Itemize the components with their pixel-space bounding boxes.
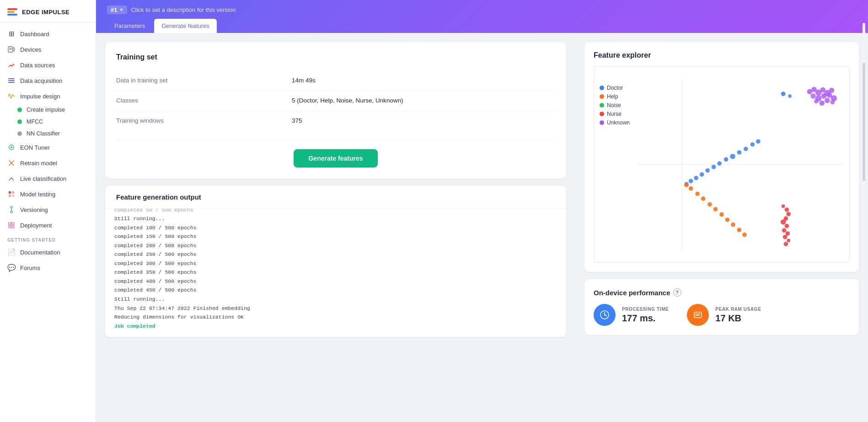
- log-line: completed 250 / 500 epochs: [114, 250, 557, 259]
- legend-item-help: Help: [600, 93, 630, 100]
- devices-icon: [7, 45, 16, 54]
- svg-point-57: [786, 231, 790, 236]
- output-log[interactable]: completed 0 / 500 epochs completed 50 / …: [105, 209, 566, 337]
- sidebar-item-label: Data sources: [20, 62, 55, 69]
- sidebar-item-label: Forums: [20, 265, 40, 271]
- sidebar-sub-label: NN Classifier: [27, 130, 60, 137]
- sidebar-item-create-impulse[interactable]: Create impulse: [0, 104, 96, 116]
- sidebar-item-data-acquisition[interactable]: Data acquisition: [0, 73, 96, 88]
- processing-time-info: PROCESSING TIME 177 ms.: [622, 307, 669, 324]
- svg-point-43: [707, 202, 712, 207]
- svg-point-51: [785, 207, 789, 212]
- live-icon: [7, 174, 16, 183]
- svg-rect-6: [8, 82, 15, 83]
- sidebar-item-data-sources[interactable]: Data sources: [0, 57, 96, 73]
- tab-parameters[interactable]: Parameters: [107, 19, 152, 33]
- legend-dot-nurse: [600, 112, 604, 116]
- top-header: #1 ▼ Click to set a description for this…: [96, 0, 868, 33]
- tabs-row: Parameters Generate features: [107, 19, 857, 33]
- table-row: Training windows 375: [116, 111, 555, 131]
- svg-point-73: [820, 101, 825, 106]
- svg-rect-14: [12, 195, 14, 197]
- svg-rect-21: [12, 226, 14, 228]
- row-value: 5 (Doctor, Help, Noise, Nurse, Unknown): [292, 91, 555, 111]
- sidebar-logo: EDGE IMPULSE: [0, 0, 96, 22]
- svg-point-66: [829, 88, 835, 93]
- svg-point-55: [785, 224, 789, 228]
- log-line: completed 300 / 500 epochs: [114, 259, 557, 268]
- dashboard-icon: ⊞: [7, 30, 16, 38]
- version-badge[interactable]: #1 ▼: [107, 5, 127, 14]
- sidebar-item-devices[interactable]: Devices: [0, 42, 96, 57]
- perf-item-peak-ram: PEAK RAM USAGE 17 KB: [687, 304, 761, 326]
- svg-point-15: [11, 206, 12, 208]
- svg-point-47: [731, 222, 735, 227]
- legend-dot-noise: [600, 103, 604, 108]
- sidebar-item-forums[interactable]: 💬 Forums: [0, 260, 96, 276]
- svg-point-41: [695, 192, 700, 196]
- training-info-table: Data in training set 14m 49s Classes 5 (…: [116, 70, 555, 130]
- documentation-icon: 📄: [7, 248, 16, 256]
- sidebar-item-model-testing[interactable]: Model testing: [0, 186, 96, 202]
- svg-point-29: [712, 165, 716, 169]
- row-label: Data in training set: [116, 70, 292, 91]
- log-line: Thu Sep 22 07:34:47 2022 Finished embedd…: [114, 304, 557, 313]
- sidebar-item-live-classification[interactable]: Live classification: [0, 171, 96, 186]
- svg-point-75: [830, 100, 835, 105]
- deployment-icon: [7, 221, 16, 229]
- svg-point-27: [700, 172, 704, 177]
- version-description[interactable]: Click to set a description for this vers…: [131, 6, 236, 13]
- sidebar-item-versioning[interactable]: Versioning: [0, 202, 96, 217]
- log-line: completed 350 / 500 epochs: [114, 268, 557, 277]
- sidebar: EDGE IMPULSE ⊞ Dashboard Devices Data so…: [0, 0, 96, 422]
- table-row: Data in training set 14m 49s: [116, 70, 555, 91]
- sidebar-item-mfcc[interactable]: MFCC: [0, 116, 96, 128]
- forums-icon: 💬: [7, 264, 16, 272]
- job-completed-text: Job completed: [114, 322, 557, 331]
- svg-point-59: [787, 239, 790, 243]
- svg-point-28: [705, 168, 710, 173]
- perf-card-title: On-device performance ?: [594, 288, 850, 297]
- active-dot: [17, 119, 22, 124]
- sidebar-item-documentation[interactable]: 📄 Documentation: [0, 244, 96, 260]
- data-acquisition-icon: [7, 76, 16, 85]
- generate-btn-wrap: Generate features: [116, 140, 555, 168]
- perf-metrics-grid: PROCESSING TIME 177 ms.: [594, 304, 850, 326]
- legend-dot-help: [600, 94, 604, 99]
- sidebar-item-impulse-design[interactable]: Impulse design: [0, 88, 96, 104]
- sidebar-item-label: Devices: [20, 46, 41, 53]
- sidebar-item-nn-classifier[interactable]: NN Classifier: [0, 128, 96, 140]
- sidebar-sub-label: MFCC: [27, 119, 43, 125]
- svg-point-42: [701, 196, 706, 201]
- feature-explorer-card: Feature explorer Doctor Help: [584, 42, 859, 272]
- svg-point-30: [717, 161, 722, 166]
- scatter-plot: [594, 66, 849, 262]
- svg-rect-79: [694, 312, 702, 318]
- sidebar-item-label: Model testing: [20, 191, 55, 198]
- svg-rect-5: [8, 80, 15, 81]
- sidebar-item-deployment[interactable]: Deployment: [0, 217, 96, 233]
- sidebar-item-eon-tuner[interactable]: EON Tuner: [0, 140, 96, 155]
- sidebar-item-label: Deployment: [20, 222, 52, 229]
- help-icon[interactable]: ?: [673, 288, 681, 297]
- sidebar-item-dashboard[interactable]: ⊞ Dashboard: [0, 26, 96, 42]
- retrain-icon: [7, 159, 16, 167]
- svg-rect-4: [8, 78, 15, 79]
- peak-ram-icon: [687, 304, 709, 326]
- svg-rect-19: [12, 222, 14, 225]
- log-line: completed 100 / 500 epochs: [114, 223, 557, 233]
- tab-generate-features[interactable]: Generate features: [154, 19, 217, 33]
- svg-rect-18: [9, 222, 11, 225]
- svg-point-69: [821, 93, 826, 99]
- feature-explorer-title: Feature explorer: [594, 51, 850, 60]
- svg-rect-20: [9, 226, 11, 228]
- output-card-title: Feature generation output: [105, 186, 566, 209]
- logo-bar-yellow: [7, 11, 15, 13]
- row-value: 14m 49s: [292, 70, 555, 91]
- svg-rect-2: [9, 49, 12, 50]
- log-line: completed 200 / 500 epochs: [114, 241, 557, 250]
- generate-features-button[interactable]: Generate features: [294, 149, 377, 168]
- sidebar-item-retrain-model[interactable]: Retrain model: [0, 155, 96, 171]
- svg-point-34: [744, 147, 748, 151]
- svg-point-32: [730, 154, 735, 159]
